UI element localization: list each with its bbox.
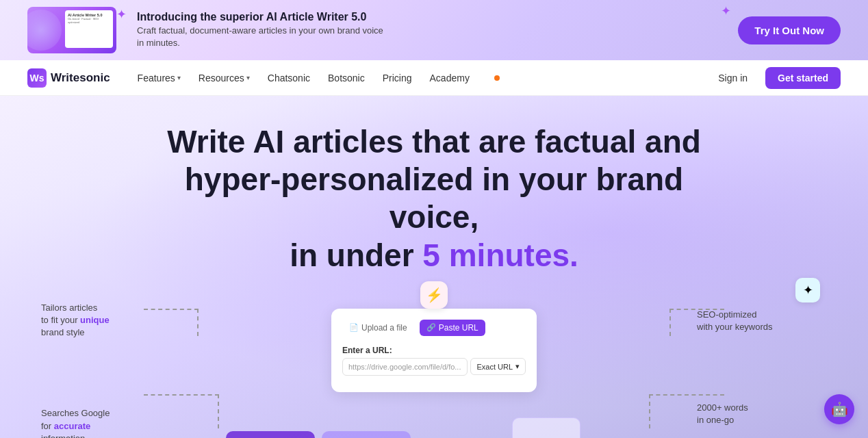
annotation-accurate: Searches Google for accurate information [41, 407, 199, 438]
nav-right: Sign in Get started [707, 67, 841, 89]
top-banner: ✦ ✦ AI Article Writer 5.0 On-brand · Fac… [0, 0, 868, 60]
right-annotations: ✦ SEO-optimized with your keywords 2000+… [669, 288, 827, 438]
nav-chatsonic[interactable]: Chatsonic [261, 68, 317, 88]
floating-lightning-icon: ⚡ [420, 281, 448, 309]
url-text-input[interactable]: https://drive.google.com/file/d/fo... [342, 358, 468, 376]
tab-paste-url[interactable]: 🔗 Paste URL [420, 320, 485, 336]
tab-upload-file[interactable]: 📄 Upload a file [342, 320, 414, 336]
star-decoration-2: ✦ [721, 3, 731, 18]
chevron-down-icon: ▾ [246, 74, 250, 81]
bg-decoration-box-1 [226, 431, 315, 438]
chat-support-button[interactable]: 🤖 [824, 394, 854, 424]
bg-decoration-box-3 [512, 417, 580, 438]
nav-features[interactable]: Features ▾ [131, 68, 188, 88]
banner-title: Introducing the superior AI Article Writ… [137, 11, 717, 23]
nav-botsonic[interactable]: Botsonic [321, 68, 372, 88]
url-input-card: 📄 Upload a file 🔗 Paste URL Enter a URL:… [331, 309, 537, 392]
chevron-down-icon: ▾ [177, 74, 181, 81]
hero-section: Write AI articles that are factual and h… [0, 96, 868, 438]
logo-icon: Ws [27, 68, 47, 88]
url-input-label: Enter a URL: [342, 346, 526, 355]
nav-notification-dot [494, 75, 500, 81]
nav-academy[interactable]: Academy [423, 68, 476, 88]
mockup-tabs: 📄 Upload a file 🔗 Paste URL [342, 320, 526, 336]
bg-decoration-box-2 [322, 431, 411, 438]
get-started-button[interactable]: Get started [765, 67, 841, 89]
banner-desc: Craft factual, document-aware articles i… [137, 25, 717, 49]
center-mockup: ⚡ 📄 Upload a file 🔗 Paste URL Enter a UR… [199, 288, 669, 438]
hero-content: Tailors articles to fit your unique bran… [41, 288, 827, 438]
url-input-group: Enter a URL: https://drive.google.com/fi… [342, 346, 526, 376]
logo-text: Writesonic [51, 71, 110, 85]
sign-in-button[interactable]: Sign in [707, 68, 758, 88]
annotation-dashes-1 [144, 309, 199, 336]
annotation-right-dashes-2 [649, 394, 724, 428]
chat-icon: 🤖 [831, 401, 848, 417]
annotation-right-dashes-1 [669, 309, 724, 336]
nav-resources[interactable]: Resources ▾ [192, 68, 257, 88]
upload-icon: 📄 [349, 323, 359, 332]
chevron-down-icon: ▾ [515, 362, 520, 371]
banner-cta-button[interactable]: Try It Out Now [738, 16, 841, 44]
nav-items: Features ▾ Resources ▾ Chatsonic Botsoni… [131, 68, 701, 88]
left-annotations: Tailors articles to fit your unique bran… [41, 288, 199, 438]
url-input-row: https://drive.google.com/file/d/fo... Ex… [342, 358, 526, 376]
annotation-brand-style: Tailors articles to fit your unique bran… [41, 302, 199, 339]
floating-sparkle-icon: ✦ [795, 278, 820, 302]
banner-image: AI Article Writer 5.0 On-brand · Factual… [27, 7, 116, 53]
hero-title: Write AI articles that are factual and h… [160, 123, 708, 274]
star-decoration-1: ✦ [116, 7, 127, 22]
banner-text: Introducing the superior AI Article Writ… [137, 11, 717, 49]
logo[interactable]: Ws Writesonic [27, 68, 110, 88]
navbar: Ws Writesonic Features ▾ Resources ▾ Cha… [0, 60, 868, 96]
nav-pricing[interactable]: Pricing [376, 68, 419, 88]
url-type-select[interactable]: Exact URL ▾ [470, 358, 526, 375]
link-icon: 🔗 [426, 323, 436, 332]
